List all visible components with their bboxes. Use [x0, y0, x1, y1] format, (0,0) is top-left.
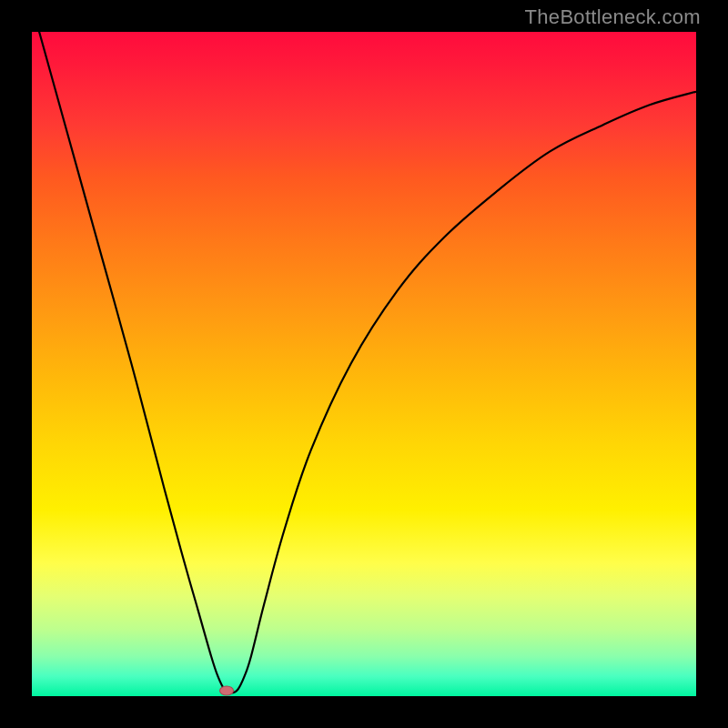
plot-area	[32, 32, 696, 696]
watermark-text: TheBottleneck.com	[525, 5, 701, 29]
curve-svg	[32, 32, 696, 696]
optimum-marker	[219, 686, 234, 696]
bottleneck-curve	[32, 5, 696, 693]
chart-container: TheBottleneck.com	[0, 0, 728, 728]
